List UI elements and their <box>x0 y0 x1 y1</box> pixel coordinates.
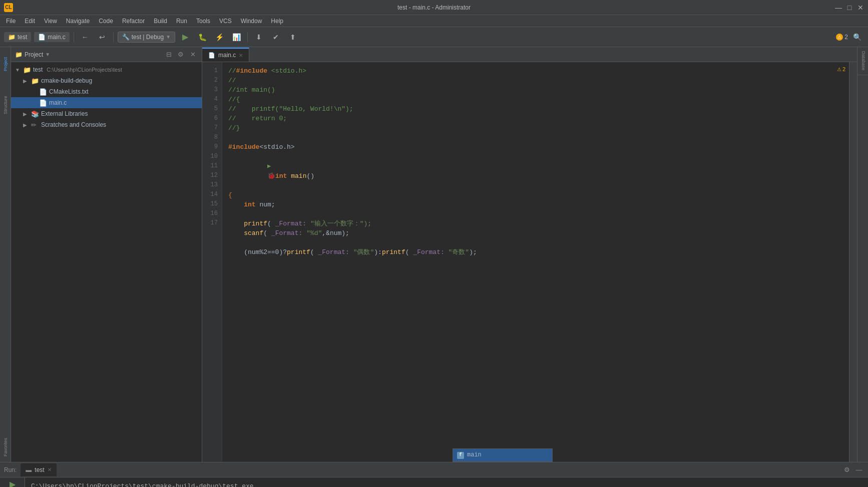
navigate-back[interactable]: ↩ <box>95 30 109 44</box>
line-numbers: 12345 678910 1112131415 1617 <box>202 62 222 462</box>
bottom-content: ▶ ↑ ■ ⚙ ⟨⟩ 🖨 🗑 C:\Users\hp\CLionProjects… <box>0 477 868 487</box>
editor-tab-main-c[interactable]: 📄 main.c ✕ <box>202 48 249 62</box>
toolbar-separator-1 <box>74 32 74 42</box>
run-tab-test[interactable]: ▬ test ✕ <box>21 463 56 476</box>
sidebar-tab-favorites[interactable]: Favorites <box>1 432 11 462</box>
code-line-7: //} <box>228 123 843 133</box>
code-line-16 <box>228 238 843 248</box>
right-gutter: ⚠ 2 <box>849 62 857 462</box>
menu-file[interactable]: File <box>2 17 20 26</box>
debug-button[interactable]: 🐛 <box>195 30 209 44</box>
menu-view[interactable]: View <box>40 17 61 26</box>
tree-arrow-cmake: ▶ <box>23 78 29 84</box>
rerun-button[interactable]: ▶ <box>6 479 20 487</box>
run-config-label: test | Debug <box>132 34 164 41</box>
autocomplete-popup[interactable]: f main <box>453 448 553 462</box>
menu-tools[interactable]: Tools <box>192 17 214 26</box>
code-line-8 <box>228 133 843 142</box>
toolbar-right: ⚠ 2 🔍 <box>836 30 864 44</box>
code-line-9: #include<stdio.h> <box>228 142 843 152</box>
project-tab[interactable]: 📁 test <box>4 32 31 42</box>
tree-item-root[interactable]: ▼ 📁 test C:\Users\hp\CLionProjects\test <box>11 64 202 75</box>
output-path: C:\Users\hp\CLionProjects\test\cmake-bui… <box>31 481 862 487</box>
run-tab-close[interactable]: ✕ <box>48 467 52 472</box>
project-panel-title-label: Project <box>25 51 43 58</box>
coverage-button[interactable]: ⚡ <box>212 30 226 44</box>
menu-refactor[interactable]: Refactor <box>118 17 149 26</box>
tree-label-main-c: main.c <box>49 99 67 106</box>
bottom-panel: Run: ▬ test ✕ ⚙ — ▶ ↑ ■ ⚙ ⟨⟩ 🖨 🗑 C:\User… <box>0 462 868 487</box>
close-button[interactable]: ✕ <box>857 4 864 11</box>
tree-label-cmakelists: CMakeLists.txt <box>49 88 89 95</box>
bottom-close-button[interactable]: — <box>854 465 864 475</box>
panel-collapse-button[interactable]: ✕ <box>188 50 198 60</box>
search-everywhere[interactable]: 🔍 <box>850 30 864 44</box>
tree-item-cmakelists[interactable]: ▶ 📄 CMakeLists.txt <box>11 86 202 97</box>
tab-close-button[interactable]: ✕ <box>239 53 243 58</box>
code-line-13 <box>228 209 843 219</box>
maximize-button[interactable]: □ <box>846 4 853 11</box>
menu-window[interactable]: Window <box>237 17 266 26</box>
file-tab[interactable]: 📄 main.c <box>34 32 69 42</box>
code-line-6: // return 0; <box>228 114 843 123</box>
bottom-tabs: Run: ▬ test ✕ ⚙ — <box>0 462 868 477</box>
gutter-warning: ⚠ 2 <box>837 66 845 72</box>
menu-edit[interactable]: Edit <box>21 17 39 26</box>
code-editor[interactable]: 12345 678910 1112131415 1617 //#include … <box>202 62 857 462</box>
code-content[interactable]: //#include <stdio.h> // //int main() //{… <box>222 62 849 462</box>
autocomplete-label: main <box>467 450 482 460</box>
run-config[interactable]: 🔧 test | Debug ▼ <box>118 32 175 43</box>
title-bar-title: test - main.c - Administrator <box>397 4 471 11</box>
autocomplete-item-main[interactable]: f main <box>453 449 552 461</box>
menu-help[interactable]: Help <box>267 17 287 26</box>
run-label: Run: <box>4 466 17 473</box>
bottom-panel-icons: ⚙ — <box>842 465 864 475</box>
tree-item-external-libs[interactable]: ▶ 📚 External Libraries <box>11 108 202 119</box>
sidebar-tab-database[interactable]: Database <box>857 47 868 75</box>
editor-area: 📄 main.c ✕ 12345 678910 1112131415 1617 … <box>202 47 857 462</box>
tree-item-main-c[interactable]: ▶ 📄 main.c <box>11 97 202 108</box>
menu-navigate[interactable]: Navigate <box>62 17 94 26</box>
tree-label-root: test <box>33 66 43 73</box>
title-bar-controls: — □ ✕ <box>835 4 864 11</box>
project-panel: 📁 Project ▼ ⊟ ⚙ ✕ ▼ 📁 test C:\Users\hp\C… <box>11 47 202 462</box>
code-line-11: { <box>228 190 843 200</box>
minimize-button[interactable]: — <box>835 4 842 11</box>
panel-settings-button[interactable]: ⚙ <box>176 50 186 60</box>
vcs-commit[interactable]: ✔ <box>269 30 283 44</box>
app-icon: CL <box>4 3 13 12</box>
vcs-push[interactable]: ⬆ <box>286 30 300 44</box>
code-line-1: //#include <stdio.h> <box>228 66 843 76</box>
warning-indicator[interactable]: ⚠ 2 <box>836 34 848 41</box>
code-line-2: // <box>228 76 843 85</box>
code-line-10: ▶ 🐞int main() <box>228 152 843 190</box>
code-line-4: //{ <box>228 95 843 104</box>
menu-vcs[interactable]: VCS <box>215 17 236 26</box>
code-line-3: //int main() <box>228 85 843 95</box>
menu-build[interactable]: Build <box>150 17 171 26</box>
tree-item-scratches[interactable]: ▶ ✏ Scratches and Consoles <box>11 119 202 130</box>
project-panel-header: 📁 Project ▼ ⊟ ⚙ ✕ <box>11 47 202 62</box>
collapse-all-button[interactable]: ⊟ <box>164 50 174 60</box>
library-icon: 📚 <box>31 110 39 118</box>
back-button[interactable]: ← <box>78 30 92 44</box>
code-line-12: int num; <box>228 200 843 209</box>
run-button[interactable]: ▶ <box>178 30 192 44</box>
profile-button[interactable]: 📊 <box>229 30 243 44</box>
warning-count: 2 <box>844 34 848 41</box>
bottom-settings-button[interactable]: ⚙ <box>842 465 852 475</box>
run-tab-label: test <box>35 466 44 473</box>
menu-run[interactable]: Run <box>172 17 191 26</box>
project-tree: ▼ 📁 test C:\Users\hp\CLionProjects\test … <box>11 62 202 462</box>
cmake-icon: 📄 <box>39 88 47 96</box>
sidebar-tab-structure[interactable]: Structure <box>1 90 11 120</box>
menu-code[interactable]: Code <box>95 17 117 26</box>
sidebar-tab-project[interactable]: Project <box>1 49 11 79</box>
autocomplete-fn-icon: f <box>457 452 464 459</box>
tree-label-external-libs: External Libraries <box>41 110 88 117</box>
vcs-update[interactable]: ⬇ <box>252 30 266 44</box>
editor-tab-label: main.c <box>218 52 236 59</box>
tree-item-cmake-build[interactable]: ▶ 📁 cmake-build-debug <box>11 75 202 86</box>
file-tab-label: main.c <box>48 34 65 41</box>
code-line-14: printf( _Format: "输入一个数字："); <box>228 219 843 228</box>
